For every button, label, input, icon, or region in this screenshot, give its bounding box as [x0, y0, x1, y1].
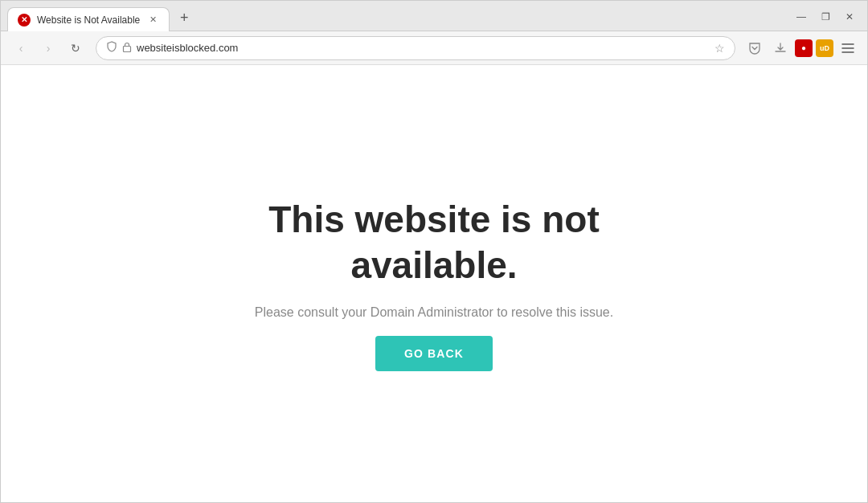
address-bar[interactable]: websiteisblocked.com ☆: [96, 36, 735, 60]
tab-title: Website is Not Available: [37, 14, 140, 26]
shield-icon: [106, 41, 117, 55]
bookmark-star-icon[interactable]: ☆: [714, 42, 725, 55]
extension-ud-button[interactable]: uD: [816, 39, 833, 57]
extension-red-button[interactable]: ●: [795, 39, 813, 57]
page-subtitle: Please consult your Domain Administrator…: [255, 305, 613, 320]
tab-favicon: ✕: [18, 14, 31, 27]
back-button[interactable]: ‹: [9, 36, 33, 60]
title-bar: ✕ Website is Not Available ✕ + — ❐ ✕: [1, 1, 867, 31]
browser-tab[interactable]: ✕ Website is Not Available ✕: [7, 7, 170, 31]
refresh-button[interactable]: ↻: [63, 36, 88, 60]
pocket-button[interactable]: [743, 37, 766, 59]
tab-favicon-icon: ✕: [21, 16, 27, 24]
extension-red-label: ●: [801, 43, 806, 52]
page-main-title: This website is not available.: [193, 197, 675, 289]
maximize-button[interactable]: ❐: [814, 8, 837, 26]
page-content: This website is not available. Please co…: [1, 65, 867, 502]
svg-rect-0: [124, 46, 131, 51]
nav-bar: ‹ › ↻ websiteisblocked.com ☆: [1, 31, 867, 65]
lock-icon: [122, 42, 132, 55]
close-button[interactable]: ✕: [838, 8, 861, 26]
new-tab-button[interactable]: +: [173, 6, 195, 29]
tab-close-button[interactable]: ✕: [146, 14, 159, 27]
minimize-button[interactable]: —: [790, 8, 813, 26]
browser-window: ✕ Website is Not Available ✕ + — ❐ ✕ ‹ ›…: [0, 0, 868, 503]
toolbar-icons: ● uD: [743, 37, 859, 59]
menu-button[interactable]: [837, 37, 859, 59]
go-back-button[interactable]: GO BACK: [375, 336, 493, 371]
window-controls: — ❐ ✕: [790, 8, 861, 26]
extension-ud-label: uD: [820, 44, 829, 52]
forward-button[interactable]: ›: [36, 36, 60, 60]
download-button[interactable]: [769, 37, 792, 59]
url-text: websiteisblocked.com: [137, 42, 710, 54]
